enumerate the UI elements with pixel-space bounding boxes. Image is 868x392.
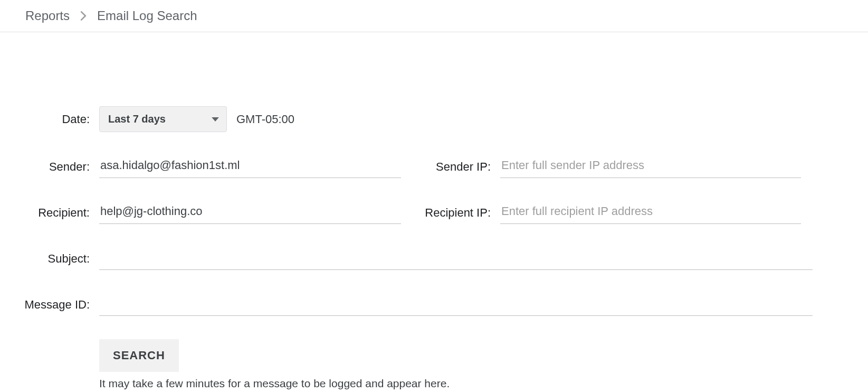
message-id-input[interactable] (99, 293, 813, 316)
breadcrumb-current: Email Log Search (97, 8, 197, 23)
subject-input[interactable] (99, 247, 813, 270)
search-form: Date: Last 7 days GMT-05:00 Sender: Send… (0, 32, 868, 392)
breadcrumb: Reports Email Log Search (0, 0, 868, 32)
message-id-label: Message ID: (11, 298, 99, 312)
sender-label: Sender: (11, 160, 99, 174)
recipient-ip-label: Recipient IP: (422, 206, 500, 220)
caret-down-icon (212, 117, 219, 122)
recipient-label: Recipient: (11, 206, 99, 220)
timezone-text: GMT-05:00 (236, 113, 294, 126)
recipient-ip-input[interactable] (500, 201, 801, 224)
search-button[interactable]: SEARCH (99, 339, 179, 372)
search-hint-text: It may take a few minutes for a message … (99, 377, 843, 390)
sender-input[interactable] (99, 155, 401, 178)
sender-ip-input[interactable] (500, 155, 801, 178)
date-range-dropdown[interactable]: Last 7 days (99, 106, 227, 132)
sender-ip-label: Sender IP: (422, 160, 500, 174)
chevron-right-icon (80, 11, 87, 21)
date-label: Date: (11, 113, 99, 126)
subject-label: Subject: (11, 252, 99, 266)
date-range-selected: Last 7 days (108, 113, 166, 125)
breadcrumb-parent-link[interactable]: Reports (25, 8, 70, 23)
recipient-input[interactable] (99, 201, 401, 224)
